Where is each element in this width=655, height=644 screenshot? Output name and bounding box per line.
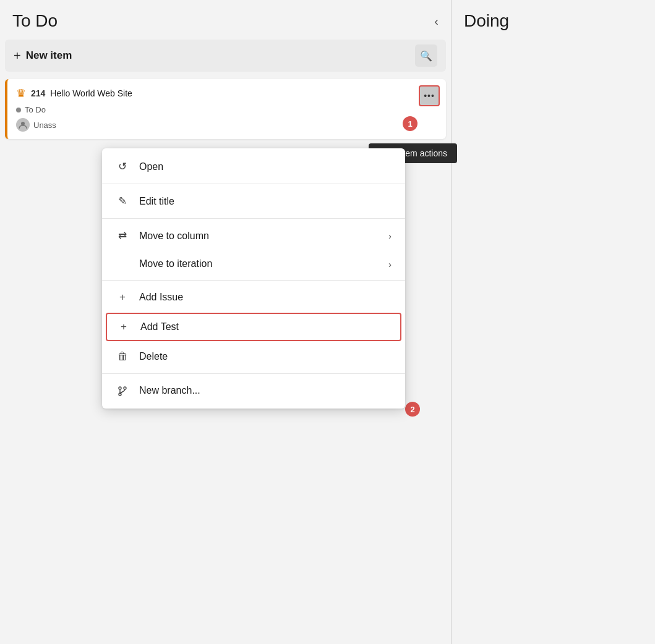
menu-divider-1 [102, 184, 405, 184]
move-column-icon: ⇄ [116, 229, 129, 242]
search-button[interactable]: 🔍 [415, 44, 437, 67]
menu-item-delete[interactable]: 🗑 Delete [102, 342, 405, 371]
plus-icon: + [14, 49, 21, 63]
branch-icon [116, 384, 129, 397]
chevron-right-icon-column: › [388, 231, 392, 241]
svg-point-1 [119, 387, 121, 389]
ellipsis-icon: ••• [424, 91, 435, 101]
menu-label-open: Open [139, 161, 392, 172]
menu-item-move-to-column[interactable]: ⇄ Move to column › [102, 221, 405, 250]
menu-label-edit-title: Edit title [139, 196, 392, 207]
card-assignee: Unass [16, 118, 437, 132]
card-title: Hello World Web Site [50, 88, 132, 98]
add-issue-icon: + [116, 291, 129, 303]
edit-icon: ✎ [116, 195, 129, 208]
card-meta: To Do Unass [16, 105, 437, 132]
badge-2: 2 [405, 402, 420, 417]
crown-icon: ♛ [16, 87, 26, 100]
new-item-button[interactable]: + New item [14, 49, 72, 63]
work-item-card: ♛ 214 Hello World Web Site To Do U [5, 79, 446, 139]
menu-divider-3 [102, 280, 405, 281]
menu-divider-4 [102, 373, 405, 374]
menu-item-add-test[interactable]: + Add Test [106, 313, 401, 341]
avatar [16, 118, 30, 132]
column-nav-icon[interactable]: ‹ [434, 14, 439, 28]
card-assignee-label: Unass [33, 121, 56, 130]
menu-label-new-branch: New branch... [139, 385, 392, 396]
work-item-actions-button[interactable]: ••• [419, 85, 440, 106]
column-title-doing: Doing [464, 11, 509, 31]
svg-point-2 [124, 387, 126, 389]
card-status: To Do [16, 105, 437, 114]
column-todo: To Do ‹ + New item 🔍 ♛ 214 Hello World W… [0, 0, 452, 644]
menu-divider-2 [102, 218, 405, 219]
status-dot-icon [16, 108, 21, 112]
menu-label-move-to-column: Move to column [139, 231, 379, 242]
add-test-icon: + [117, 321, 131, 333]
badge-1: 1 [403, 116, 417, 131]
menu-label-move-to-iteration: Move to iteration [139, 258, 379, 269]
column-header-todo: To Do ‹ [0, 0, 451, 40]
card-status-label: To Do [25, 105, 46, 114]
column-title-todo: To Do [12, 11, 58, 31]
menu-item-edit-title[interactable]: ✎ Edit title [102, 187, 405, 216]
context-menu: ↺ Open ✎ Edit title ⇄ Move to column › M… [102, 148, 405, 409]
menu-item-add-issue[interactable]: + Add Issue [102, 283, 405, 311]
menu-item-open[interactable]: ↺ Open [102, 152, 405, 181]
chevron-right-icon-iteration: › [388, 259, 392, 269]
column-header-doing: Doing [452, 0, 655, 40]
card-header: ♛ 214 Hello World Web Site [16, 87, 437, 100]
svg-point-0 [21, 122, 25, 125]
card-id: 214 [31, 88, 45, 98]
menu-label-add-issue: Add Issue [139, 292, 392, 303]
search-icon: 🔍 [420, 50, 432, 62]
menu-item-move-to-iteration[interactable]: Move to iteration › [102, 250, 405, 278]
open-icon: ↺ [116, 160, 129, 173]
trash-icon: 🗑 [116, 350, 129, 363]
board-container: To Do ‹ + New item 🔍 ♛ 214 Hello World W… [0, 0, 655, 644]
column-doing: Doing [452, 0, 655, 644]
menu-label-add-test: Add Test [140, 321, 390, 333]
new-item-label: New item [26, 49, 72, 62]
menu-label-delete: Delete [139, 351, 392, 362]
menu-item-new-branch[interactable]: New branch... [102, 376, 405, 405]
new-item-bar: + New item 🔍 [5, 40, 446, 72]
